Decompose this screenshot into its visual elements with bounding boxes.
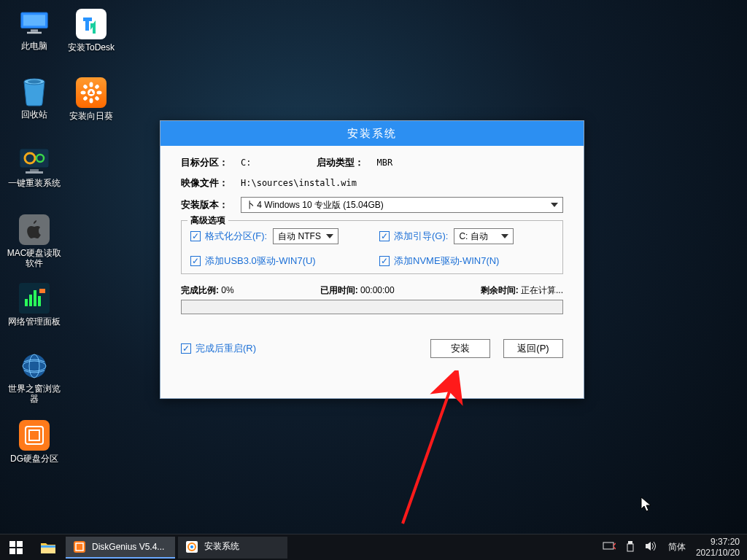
svg-rect-34 — [9, 548, 15, 554]
remaining-label: 剩余时间: — [481, 285, 519, 295]
desktop-icon-label: MAC硬盘读取软件 — [7, 248, 62, 269]
remaining-value: 正在计算... — [521, 285, 563, 295]
desktop-icon-todesk[interactable]: 安装ToDesk — [63, 6, 120, 66]
desktop-icon-label: 世界之窗浏览器 — [7, 384, 62, 405]
progress-bar — [181, 300, 563, 314]
svg-rect-20 — [29, 430, 39, 440]
desktop-icon-mac-reader[interactable]: MAC硬盘读取软件 — [6, 211, 63, 271]
tray-date: 2021/10/20 — [696, 548, 740, 558]
chevron-down-icon — [326, 234, 333, 238]
elapsed-value: 00:00:00 — [360, 285, 395, 295]
svg-rect-14 — [38, 296, 41, 306]
desktop-icon-label: 回收站 — [21, 109, 47, 120]
taskbar-item-install-system[interactable]: 安装系统 — [178, 537, 287, 559]
chevron-down-icon — [501, 234, 508, 238]
mouse-cursor-icon — [640, 497, 654, 514]
image-file-value: H:\sources\install.wim — [241, 178, 357, 188]
add-boot-value: C: 自动 — [459, 230, 487, 243]
svg-point-23 — [90, 98, 93, 104]
desktop-icon-label: 此电脑 — [21, 41, 47, 51]
usb3-driver-checkbox[interactable]: ✓ 添加USB3.0驱动-WIN7(U) — [190, 254, 365, 268]
install-version-label: 安装版本： — [181, 198, 241, 211]
add-boot-select[interactable]: C: 自动 — [454, 228, 514, 244]
install-version-select[interactable]: 卜 4 Windows 10 专业版 (15.04GB) — [241, 197, 563, 213]
desktop-icon-recycle-bin[interactable]: 回收站 — [6, 74, 63, 134]
svg-rect-32 — [9, 541, 15, 547]
target-partition-value: C: — [241, 158, 251, 168]
svg-point-27 — [94, 84, 100, 90]
monitor-icon — [18, 9, 50, 38]
taskbar-item-diskgenius[interactable]: DiskGenius V5.4... — [66, 537, 175, 559]
checkbox-icon: ✓ — [181, 343, 191, 354]
svg-rect-12 — [29, 295, 32, 306]
tray-usb-icon[interactable] — [626, 540, 635, 554]
progress-labels: 完成比例: 0% 已用时间: 00:00:00 剩余时间: 正在计算... — [181, 284, 563, 297]
svg-point-22 — [90, 82, 93, 88]
progress-pct-label: 完成比例: — [181, 285, 219, 295]
desktop-icon-network-panel[interactable]: 网络管理面板 — [6, 280, 63, 340]
boot-type-value: MBR — [376, 158, 392, 168]
tray-ime[interactable]: 简体 — [668, 541, 686, 553]
desktop-icon-reinstall[interactable]: 一键重装系统 — [6, 143, 63, 203]
checkbox-icon: ✓ — [379, 256, 390, 266]
svg-point-16 — [23, 354, 46, 378]
nvme-driver-label: 添加NVME驱动-WIN7(N) — [394, 254, 499, 268]
svg-point-29 — [94, 96, 100, 101]
install-button[interactable]: 安装 — [430, 339, 490, 358]
network-panel-icon — [19, 283, 50, 314]
nvme-driver-checkbox[interactable]: ✓ 添加NVME驱动-WIN7(N) — [379, 254, 554, 268]
start-button[interactable] — [0, 534, 32, 560]
install-system-icon — [185, 540, 198, 553]
progress-pct-value: 0% — [221, 285, 233, 295]
advanced-legend: 高级选项 — [187, 214, 228, 227]
desktop-icon-label: 安装ToDesk — [68, 42, 115, 52]
windows-icon — [9, 541, 23, 554]
checkbox-icon: ✓ — [379, 231, 390, 241]
svg-rect-9 — [30, 169, 39, 171]
dialog-title: 安装系统 — [347, 127, 397, 141]
chevron-down-icon — [551, 203, 558, 207]
desktop-icon-diskgenius[interactable]: DG硬盘分区 — [6, 417, 63, 477]
dialog-body: 目标分区： C: 启动类型： MBR 映像文件： H:\sources\inst… — [160, 146, 584, 367]
desktop-icon-this-pc[interactable]: 此电脑 — [6, 6, 63, 66]
svg-point-42 — [190, 545, 193, 548]
install-button-label: 安装 — [451, 342, 470, 355]
dialog-titlebar[interactable]: 安装系统 — [160, 121, 584, 146]
svg-rect-2 — [31, 29, 38, 31]
elapsed-label: 已用时间: — [320, 285, 358, 295]
format-partition-select[interactable]: 自动 NTFS — [273, 228, 338, 244]
advanced-options-fieldset: 高级选项 ✓ 格式化分区(F): 自动 NTFS ✓ 添加引导(G): — [181, 220, 563, 274]
desktop-icons-col1: 此电脑 回收站 一键重装系统 MAC硬盘读取软件 网络管理面板 世界之窗浏览器 — [6, 6, 63, 486]
tray-clock[interactable]: 9:37:20 2021/10/20 — [696, 537, 740, 558]
desktop-icon-label: 网络管理面板 — [8, 316, 61, 327]
restart-after-checkbox[interactable]: ✓ 完成后重启(R) — [181, 342, 256, 355]
install-system-dialog: 安装系统 目标分区： C: 启动类型： MBR 映像文件： H:\sources… — [160, 120, 584, 399]
add-boot-label: 添加引导(G): — [394, 230, 448, 243]
format-partition-label: 格式化分区(F): — [205, 230, 267, 243]
checkbox-icon: ✓ — [190, 256, 201, 266]
svg-rect-35 — [17, 548, 23, 554]
add-boot-checkbox[interactable]: ✓ 添加引导(G): — [379, 230, 448, 243]
back-button[interactable]: 返回(P) — [503, 339, 563, 358]
checkbox-icon: ✓ — [190, 231, 201, 241]
desktop-icon-sunflower[interactable]: 安装向日葵 — [63, 74, 120, 134]
svg-rect-43 — [603, 542, 614, 549]
system-tray: 简体 9:37:20 2021/10/20 — [603, 537, 747, 558]
diskgenius-icon — [73, 540, 86, 553]
todesk-icon — [76, 9, 107, 39]
svg-point-28 — [82, 96, 88, 101]
desktop-icon-browser[interactable]: 世界之窗浏览器 — [6, 349, 63, 408]
svg-rect-1 — [23, 15, 45, 26]
format-partition-checkbox[interactable]: ✓ 格式化分区(F): — [190, 230, 267, 243]
tray-time: 9:37:20 — [696, 537, 740, 547]
svg-rect-19 — [26, 427, 43, 444]
svg-rect-15 — [39, 289, 45, 293]
svg-rect-13 — [34, 290, 36, 306]
target-partition-label: 目标分区： — [181, 156, 241, 169]
tray-network-icon[interactable] — [603, 541, 616, 553]
desktop-icon-label: 一键重装系统 — [8, 178, 61, 188]
taskbar-item-label: 安装系统 — [204, 540, 239, 553]
tray-volume-icon[interactable] — [645, 541, 658, 553]
install-version-value: 卜 4 Windows 10 专业版 (15.04GB) — [246, 199, 384, 211]
file-explorer-button[interactable] — [32, 534, 64, 560]
